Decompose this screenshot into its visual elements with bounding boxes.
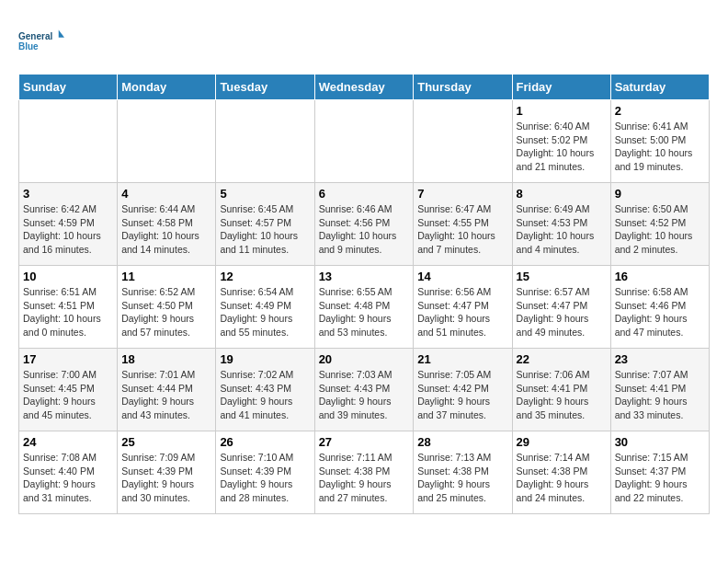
day-number: 28 [417,435,507,449]
day-number: 20 [319,352,410,366]
calendar-cell: 1Sunrise: 6:40 AM Sunset: 5:02 PM Daylig… [512,100,610,183]
day-info: Sunrise: 6:47 AM Sunset: 4:55 PM Dayligh… [417,202,507,257]
day-number: 30 [615,435,705,449]
day-number: 10 [23,270,113,283]
calendar-cell [414,100,512,183]
day-info: Sunrise: 7:10 AM Sunset: 4:39 PM Dayligh… [220,451,310,505]
logo-svg: General Blue [18,18,64,64]
day-info: Sunrise: 7:11 AM Sunset: 4:38 PM Dayligh… [319,451,410,505]
weekday-header-friday: Friday [512,75,610,100]
day-number: 26 [220,435,310,449]
calendar-cell: 16Sunrise: 6:58 AM Sunset: 4:46 PM Dayli… [610,266,709,349]
calendar-cell: 7Sunrise: 6:47 AM Sunset: 4:55 PM Daylig… [414,183,512,266]
day-number: 4 [121,187,211,201]
day-info: Sunrise: 7:09 AM Sunset: 4:39 PM Dayligh… [121,451,211,505]
calendar-cell: 20Sunrise: 7:03 AM Sunset: 4:43 PM Dayli… [314,349,414,431]
calendar-cell: 3Sunrise: 6:42 AM Sunset: 4:59 PM Daylig… [19,183,118,266]
day-number: 25 [121,435,211,449]
calendar-cell [19,100,118,183]
svg-marker-2 [59,30,64,38]
day-info: Sunrise: 7:07 AM Sunset: 4:41 PM Dayligh… [615,368,705,422]
logo: General Blue [18,18,64,64]
calendar-week-1: 1Sunrise: 6:40 AM Sunset: 5:02 PM Daylig… [19,100,710,183]
day-info: Sunrise: 7:06 AM Sunset: 4:41 PM Dayligh… [517,368,607,422]
day-number: 11 [121,270,211,283]
calendar-table: SundayMondayTuesdayWednesdayThursdayFrid… [18,74,710,514]
calendar-cell [118,100,216,183]
svg-text:Blue: Blue [18,41,39,52]
day-info: Sunrise: 6:44 AM Sunset: 4:58 PM Dayligh… [121,202,211,257]
calendar-cell: 26Sunrise: 7:10 AM Sunset: 4:39 PM Dayli… [216,431,314,514]
day-info: Sunrise: 7:03 AM Sunset: 4:43 PM Dayligh… [319,368,410,422]
day-info: Sunrise: 7:05 AM Sunset: 4:42 PM Dayligh… [417,368,507,422]
day-number: 19 [220,352,310,366]
calendar-cell: 5Sunrise: 6:45 AM Sunset: 4:57 PM Daylig… [216,183,314,266]
calendar-cell: 2Sunrise: 6:41 AM Sunset: 5:00 PM Daylig… [610,100,709,183]
day-info: Sunrise: 6:58 AM Sunset: 4:46 PM Dayligh… [615,285,705,339]
calendar-cell: 10Sunrise: 6:51 AM Sunset: 4:51 PM Dayli… [19,266,118,349]
calendar-cell: 27Sunrise: 7:11 AM Sunset: 4:38 PM Dayli… [314,431,414,514]
calendar-cell: 6Sunrise: 6:46 AM Sunset: 4:56 PM Daylig… [314,183,414,266]
calendar-week-4: 17Sunrise: 7:00 AM Sunset: 4:45 PM Dayli… [19,349,710,431]
day-info: Sunrise: 6:42 AM Sunset: 4:59 PM Dayligh… [23,202,113,257]
calendar-cell: 11Sunrise: 6:52 AM Sunset: 4:50 PM Dayli… [118,266,216,349]
day-number: 16 [615,270,705,283]
day-number: 23 [615,352,705,366]
calendar-week-2: 3Sunrise: 6:42 AM Sunset: 4:59 PM Daylig… [19,183,710,266]
day-number: 18 [121,352,211,366]
day-number: 14 [417,270,507,283]
day-info: Sunrise: 6:56 AM Sunset: 4:47 PM Dayligh… [417,285,507,339]
calendar-cell: 17Sunrise: 7:00 AM Sunset: 4:45 PM Dayli… [19,349,118,431]
calendar-cell: 8Sunrise: 6:49 AM Sunset: 4:53 PM Daylig… [512,183,610,266]
calendar-cell: 29Sunrise: 7:14 AM Sunset: 4:38 PM Dayli… [512,431,610,514]
day-info: Sunrise: 7:13 AM Sunset: 4:38 PM Dayligh… [417,451,507,505]
day-info: Sunrise: 7:14 AM Sunset: 4:38 PM Dayligh… [517,451,607,505]
weekday-header-thursday: Thursday [414,75,512,100]
day-number: 8 [517,187,607,201]
day-number: 15 [517,270,607,283]
day-info: Sunrise: 6:57 AM Sunset: 4:47 PM Dayligh… [517,285,607,339]
day-number: 22 [517,352,607,366]
day-info: Sunrise: 6:45 AM Sunset: 4:57 PM Dayligh… [220,202,310,257]
calendar-cell: 14Sunrise: 6:56 AM Sunset: 4:47 PM Dayli… [414,266,512,349]
weekday-header-monday: Monday [118,75,216,100]
weekday-header-saturday: Saturday [610,75,709,100]
day-info: Sunrise: 7:01 AM Sunset: 4:44 PM Dayligh… [121,368,211,422]
day-info: Sunrise: 6:46 AM Sunset: 4:56 PM Dayligh… [319,202,410,257]
calendar-cell: 15Sunrise: 6:57 AM Sunset: 4:47 PM Dayli… [512,266,610,349]
weekday-header-sunday: Sunday [19,75,118,100]
day-number: 21 [417,352,507,366]
day-number: 7 [417,187,507,201]
day-number: 29 [517,435,607,449]
day-info: Sunrise: 7:00 AM Sunset: 4:45 PM Dayligh… [23,368,113,422]
calendar-cell: 9Sunrise: 6:50 AM Sunset: 4:52 PM Daylig… [610,183,709,266]
calendar-cell [314,100,414,183]
day-info: Sunrise: 6:51 AM Sunset: 4:51 PM Dayligh… [23,285,113,339]
calendar-body: 1Sunrise: 6:40 AM Sunset: 5:02 PM Daylig… [19,100,710,514]
calendar-cell: 23Sunrise: 7:07 AM Sunset: 4:41 PM Dayli… [610,349,709,431]
day-number: 1 [517,104,607,118]
calendar-cell: 30Sunrise: 7:15 AM Sunset: 4:37 PM Dayli… [610,431,709,514]
svg-text:General: General [18,31,52,41]
calendar-cell [216,100,314,183]
day-number: 5 [220,187,310,201]
day-info: Sunrise: 6:41 AM Sunset: 5:00 PM Dayligh… [615,120,705,174]
day-number: 6 [319,187,410,201]
calendar-cell: 19Sunrise: 7:02 AM Sunset: 4:43 PM Dayli… [216,349,314,431]
day-info: Sunrise: 7:02 AM Sunset: 4:43 PM Dayligh… [220,368,310,422]
day-number: 24 [23,435,113,449]
day-info: Sunrise: 6:54 AM Sunset: 4:49 PM Dayligh… [220,285,310,339]
day-info: Sunrise: 7:08 AM Sunset: 4:40 PM Dayligh… [23,451,113,505]
day-number: 17 [23,352,113,366]
page-header: General Blue [18,18,710,64]
calendar-cell: 12Sunrise: 6:54 AM Sunset: 4:49 PM Dayli… [216,266,314,349]
weekday-header-row: SundayMondayTuesdayWednesdayThursdayFrid… [19,75,710,100]
weekday-header-wednesday: Wednesday [314,75,414,100]
calendar-cell: 25Sunrise: 7:09 AM Sunset: 4:39 PM Dayli… [118,431,216,514]
day-number: 3 [23,187,113,201]
day-number: 27 [319,435,410,449]
calendar-cell: 28Sunrise: 7:13 AM Sunset: 4:38 PM Dayli… [414,431,512,514]
calendar-cell: 24Sunrise: 7:08 AM Sunset: 4:40 PM Dayli… [19,431,118,514]
day-number: 9 [615,187,705,201]
calendar-week-5: 24Sunrise: 7:08 AM Sunset: 4:40 PM Dayli… [19,431,710,514]
